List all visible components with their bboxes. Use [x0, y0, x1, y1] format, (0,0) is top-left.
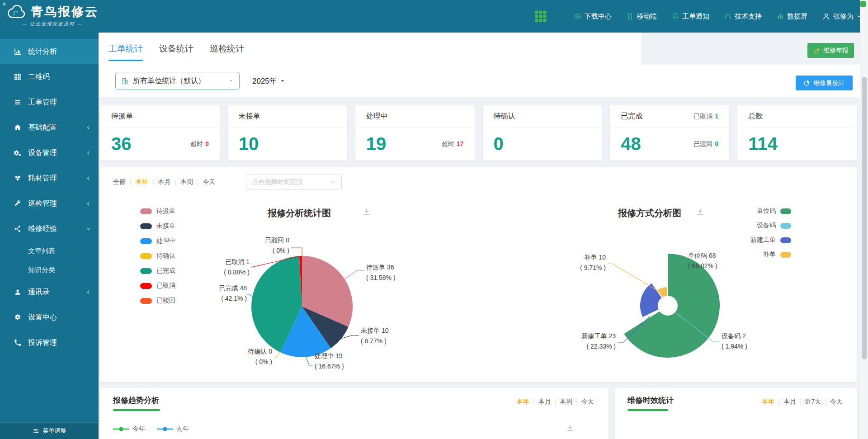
sidebar-item-0[interactable]: 统计分析 — [0, 39, 99, 64]
sidebar-item-label: 投诉管理 — [28, 338, 57, 348]
efficiency-filter-group: 本年|本月|近7天|今天 — [758, 398, 846, 406]
pie-label: 补单 10( 9.71% ) — [547, 252, 606, 273]
sidebar-item-10[interactable]: 投诉管理 — [0, 330, 99, 355]
filter-option-2[interactable]: 近7天 — [802, 398, 825, 406]
caret-down-icon — [280, 78, 285, 84]
sidebar-item-2[interactable]: 工单管理 — [0, 90, 99, 115]
filter-option-0[interactable]: 本年 — [758, 398, 778, 406]
annual-chart-icon — [813, 47, 820, 54]
trend-legend-label: 今年 — [132, 425, 145, 433]
filter-option-3[interactable]: 今天 — [578, 398, 598, 406]
sidebar-subitem-7-0[interactable]: 文章列表 — [0, 241, 99, 260]
sidebar-item-8[interactable]: 通讯录 — [0, 279, 99, 305]
sidebar-item-3[interactable]: 基础配置 — [0, 115, 99, 140]
sidebar-item-label: 设置中心 — [28, 313, 57, 322]
tab-2[interactable]: 巡检统计 — [210, 33, 244, 65]
chevron-left-icon — [85, 175, 91, 181]
tab-label: 工单统计 — [108, 43, 143, 55]
stat-card-value: 10 — [239, 134, 259, 154]
pie-label: 已完成 48( 42.1% ) — [188, 283, 247, 304]
sidebar-item-label: 工单管理 — [28, 98, 57, 107]
sidebar-item-label: 基础配置 — [28, 123, 57, 132]
nav-item-label: 技术支持 — [735, 12, 762, 21]
app-root: × 青鸟报修云 — 让企业维保更及时 — 下载中心移动端工单通知技术支持数据屏 — [0, 0, 868, 439]
sidebar-item-label: 统计分析 — [28, 47, 57, 57]
pie-label-leader — [274, 352, 280, 357]
menu-adjust-button[interactable]: 菜单调整 — [0, 422, 99, 439]
sidebar-item-7[interactable]: 维修经验 — [0, 216, 99, 241]
stat-card-2: 处理中19超时17 — [355, 105, 475, 160]
stat-card-value: 0 — [494, 134, 504, 154]
stats-icon — [14, 47, 22, 56]
sidebar-item-label: 巡检管理 — [28, 199, 57, 208]
pie-label: 新建工单 23( 22.33% ) — [557, 331, 616, 352]
mobile-icon — [626, 13, 634, 20]
chat-widget-icon[interactable] — [860, 1, 866, 7]
filter-option-1[interactable]: 本月 — [780, 398, 800, 406]
year-select[interactable]: 2025年 — [252, 72, 285, 90]
line-series-marker — [157, 426, 173, 432]
stat-card-3: 待确认0 — [483, 105, 602, 160]
trend-title: 报修趋势分析 — [113, 395, 159, 406]
scrollbar-thumb[interactable] — [862, 77, 867, 359]
nav-item-label: 数据屏 — [787, 12, 807, 21]
nav-item-3[interactable]: 技术支持 — [724, 12, 762, 21]
filter-option-0[interactable]: 本年 — [513, 398, 533, 406]
sidebar-item-5[interactable]: 耗材管理 — [0, 165, 99, 191]
sidebar-item-9[interactable]: 设置中心 — [0, 305, 99, 330]
nav-item-1[interactable]: 移动端 — [626, 12, 657, 21]
menu-adjust-icon — [33, 428, 39, 434]
pie-label: 待派单 36( 31.58% ) — [366, 262, 425, 283]
bell-icon — [671, 12, 679, 20]
main-content: 工单统计设备统计巡检统计 维修年报 所有单位统计（默认） — [99, 33, 860, 439]
chevron-down-icon — [85, 226, 91, 232]
pie-label-leader — [306, 357, 313, 365]
efficiency-panel: 维修时效统计 本年|本月|近7天|今天 — [615, 388, 857, 439]
unit-select[interactable]: 所有单位统计（默认） — [115, 72, 240, 90]
grid-icon[interactable] — [534, 9, 547, 23]
filter-option-3[interactable]: 今天 — [826, 398, 846, 406]
menu-adjust-label: 菜单调整 — [43, 427, 66, 435]
sidebar-subitem-7-1[interactable]: 知识分类 — [0, 260, 99, 279]
pie-label: 单位码 68( 66.02% ) — [688, 250, 747, 271]
pie-icon — [803, 80, 810, 86]
sidebar-item-label: 耗材管理 — [28, 174, 57, 183]
nav-item-label: 移动端 — [637, 12, 657, 21]
sidebar-item-4[interactable]: 设备管理 — [0, 140, 99, 165]
sidebar-item-label: 维修经验 — [28, 224, 57, 234]
tab-1[interactable]: 设备统计 — [159, 33, 193, 65]
nav-item-4[interactable]: 数据屏 — [776, 12, 807, 21]
stat-card-0: 待派单36超时0 — [100, 105, 220, 160]
filter-option-1[interactable]: 本月 — [535, 398, 555, 406]
sidebar-item-6[interactable]: 巡检管理 — [0, 191, 99, 216]
download-trend-icon[interactable] — [565, 423, 575, 433]
user-menu[interactable]: 张修为 — [822, 12, 862, 21]
caret-down-icon — [228, 78, 234, 84]
annual-report-button[interactable]: 维修年报 — [807, 43, 854, 58]
tab-0[interactable]: 工单统计 — [108, 33, 143, 65]
sidebar-item-label: 二维码 — [28, 72, 50, 82]
year-select-value: 2025年 — [252, 76, 277, 86]
stat-card-extra: 已取消1 — [693, 113, 718, 121]
stat-card-1: 未接单10 — [228, 105, 347, 160]
chevron-left-icon — [85, 289, 91, 295]
building-icon — [121, 77, 129, 85]
trend-legend-item-0[interactable]: 今年 — [113, 425, 145, 433]
efficiency-title: 维修时效统计 — [627, 395, 674, 406]
cloud-download-icon — [574, 12, 582, 20]
stat-card-title: 待派单 — [111, 112, 133, 121]
app-title: 青鸟报修云 — [31, 4, 99, 19]
page-scrollbar — [860, 0, 868, 439]
volume-stats-button[interactable]: 维修量统计 — [796, 76, 853, 90]
volume-stats-label: 维修量统计 — [813, 79, 845, 87]
efficiency-title-underline — [627, 409, 668, 411]
nav-item-0[interactable]: 下载中心 — [574, 12, 612, 21]
sidebar: 统计分析二维码工单管理基础配置设备管理耗材管理巡检管理维修经验文章列表知识分类通… — [0, 33, 99, 439]
active-tab-underline — [108, 60, 143, 61]
close-icon[interactable]: × — [2, 0, 6, 7]
filter-option-2[interactable]: 本周 — [556, 398, 576, 406]
sidebar-item-1[interactable]: 二维码 — [0, 64, 99, 90]
nav-item-2[interactable]: 工单通知 — [671, 12, 709, 21]
chevron-left-icon — [85, 201, 91, 207]
trend-legend-item-1[interactable]: 去年 — [157, 425, 189, 433]
